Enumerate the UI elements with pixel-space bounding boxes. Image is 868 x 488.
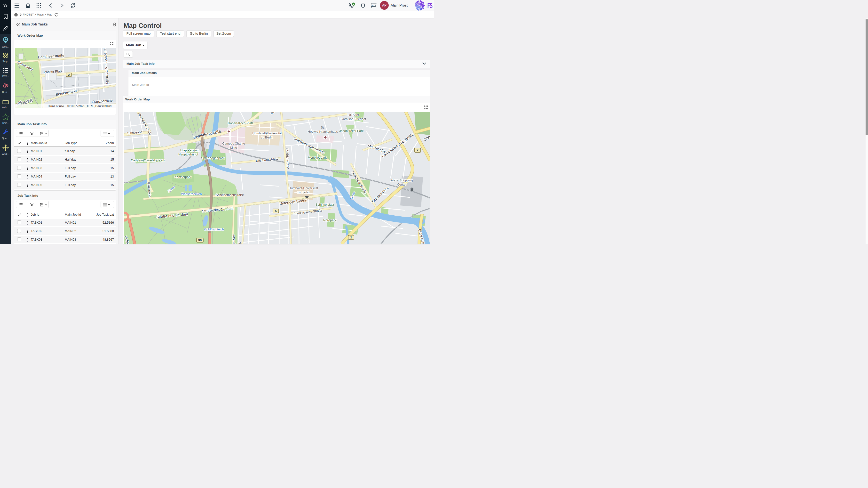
svg-text:Hauptbahnhof: Hauptbahnhof <box>178 152 198 156</box>
svg-text:Humboldt-Universität: Humboldt-Universität <box>252 132 282 135</box>
svg-text:96: 96 <box>198 238 202 242</box>
svg-text:Jacob-Teitel-Park: Jacob-Teitel-Park <box>339 129 364 133</box>
svg-text:2: 2 <box>68 73 70 77</box>
svg-text:Ld. Alter: Ld. Alter <box>347 113 359 117</box>
svg-text:Schinkelplatz: Schinkelplatz <box>315 203 334 206</box>
svg-text:Scheidemannstraße: Scheidemannstraße <box>216 193 244 197</box>
svg-text:IFS: IFS <box>427 1 433 10</box>
svg-text:Kanzlerpark: Kanzlerpark <box>175 175 191 179</box>
svg-text:Nordpark: Nordpark <box>323 218 336 222</box>
svg-text:ertstraße: ertstraße <box>232 234 237 244</box>
svg-text:1: 1 <box>350 235 352 239</box>
svg-text:,,: ,, <box>372 3 374 6</box>
svg-text:Campus Charite: Campus Charite <box>222 142 245 145</box>
svg-text:Garnison-Friedhof: Garnison-Friedhof <box>341 117 366 121</box>
svg-text:Robert-Koch-Platz: Robert-Koch-Platz <box>228 121 253 125</box>
svg-text:2: 2 <box>416 148 418 152</box>
svg-text:Humboldt-Universität: Humboldt-Universität <box>289 186 318 190</box>
svg-text:St.: St. <box>321 126 325 129</box>
svg-text:Hedwig-Krankenhaus: Hedwig-Krankenhaus <box>308 130 338 134</box>
svg-text:5: 5 <box>275 209 277 213</box>
svg-text:Wasserbecken: Wasserbecken <box>181 192 202 196</box>
svg-text:Mitte: Mitte <box>230 146 237 149</box>
svg-text:Monbijoupark: Monbijoupark <box>308 156 327 160</box>
svg-text:zu Berlin: zu Berlin <box>261 136 273 139</box>
svg-text:Carl-von-Ossietzky-Park: Carl-von-Ossietzky-Park <box>131 159 165 162</box>
svg-text:Terms of use: Terms of use <box>47 105 64 108</box>
svg-text:© 1987–2021 HERE, Deutschland: © 1987–2021 HERE, Deutschland <box>67 105 112 108</box>
svg-text:zu Berlin: zu Berlin <box>297 191 310 194</box>
svg-text:Goldfischteich: Goldfischteich <box>204 228 224 231</box>
svg-text:Center: Center <box>397 183 407 186</box>
svg-text:Spreebogenpark: Spreebogenpark <box>201 156 225 160</box>
svg-text:Alexa Shopping: Alexa Shopping <box>391 178 413 182</box>
svg-text:Ulap Park am: Ulap Park am <box>180 148 199 152</box>
